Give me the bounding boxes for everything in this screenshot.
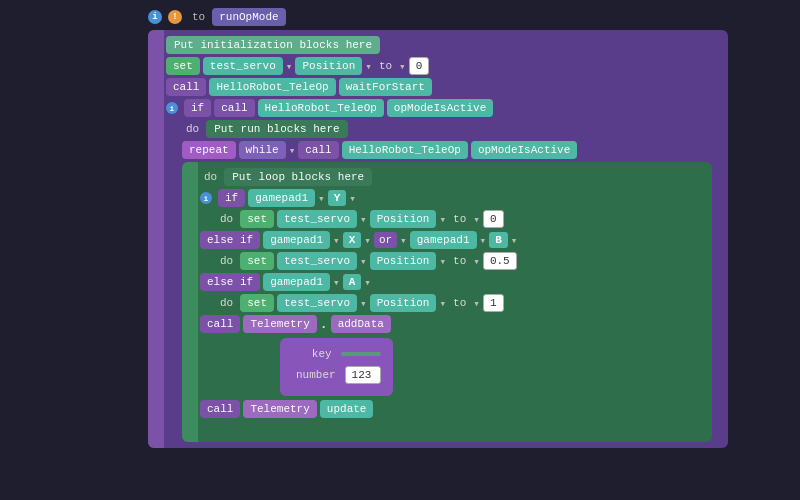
dot13: ▾ xyxy=(480,234,487,247)
or-keyword: or xyxy=(374,232,397,248)
call-waitforstart-row[interactable]: call HelloRobot_TeleOp waitForStart xyxy=(166,78,722,96)
dot10: ▾ xyxy=(333,234,340,247)
canvas: i ! to runOpMode Put initialization bloc… xyxy=(0,0,800,500)
dot1: ▾ xyxy=(286,60,293,73)
key-row: key xyxy=(292,346,381,362)
update-block[interactable]: update xyxy=(320,400,374,418)
number-input[interactable]: 123 xyxy=(345,366,381,384)
while-keyword[interactable]: while xyxy=(239,141,286,159)
number-row: number 123 xyxy=(292,366,381,384)
do-run-row: do Put run blocks here xyxy=(182,120,722,138)
servo-name-3[interactable]: test_servo xyxy=(277,252,357,270)
dot-separator: . xyxy=(320,317,328,332)
if-keyword: if xyxy=(184,99,211,117)
dot21: ▾ xyxy=(439,297,446,310)
call-keyword-3: call xyxy=(298,141,338,159)
dot12: ▾ xyxy=(400,234,407,247)
number-label: number xyxy=(292,367,340,383)
green-inner-block: do Put loop blocks here i if gamepad1 ▾ … xyxy=(182,162,712,442)
dot11: ▾ xyxy=(364,234,371,247)
purple-outer-block: Put initialization blocks here set test_… xyxy=(148,30,728,448)
b-button[interactable]: B xyxy=(489,232,508,248)
circle-blue-icon: i xyxy=(148,10,162,24)
gamepad1-4[interactable]: gamepad1 xyxy=(263,273,330,291)
telemetry-adddata-section: call Telemetry . addData key number xyxy=(200,315,706,396)
runopmode-header-row: i ! to runOpMode xyxy=(148,8,768,26)
if-keyword-2: if xyxy=(218,189,245,207)
hello-robot-2[interactable]: HelloRobot_TeleOp xyxy=(258,99,384,117)
do-set-xb-row[interactable]: do set test_servo ▾ Position ▾ to ▾ 0.5 xyxy=(216,252,706,270)
servo-name-2[interactable]: test_servo xyxy=(277,210,357,228)
telemetry-block-2[interactable]: Telemetry xyxy=(243,400,316,418)
run-placeholder: Put run blocks here xyxy=(206,120,347,138)
adddata-block[interactable]: addData xyxy=(331,315,391,333)
dot16: ▾ xyxy=(439,255,446,268)
green-left-rail xyxy=(182,162,198,442)
to-label: to xyxy=(188,11,209,23)
key-number-popup: key number 123 xyxy=(280,338,393,396)
green-bottom-bar xyxy=(200,422,706,436)
key-input[interactable] xyxy=(341,352,381,356)
do-keyword-5: do xyxy=(216,295,237,311)
gamepad1-3[interactable]: gamepad1 xyxy=(410,231,477,249)
main-container: i ! to runOpMode Put initialization bloc… xyxy=(148,8,768,448)
val-0-2[interactable]: 0 xyxy=(483,210,504,228)
telemetry-block[interactable]: Telemetry xyxy=(243,315,316,333)
val-0-1[interactable]: 0 xyxy=(409,57,430,75)
servo-name[interactable]: test_servo xyxy=(203,57,283,75)
if-gamepad-y-row[interactable]: i if gamepad1 ▾ Y ▾ xyxy=(200,189,706,207)
a-button[interactable]: A xyxy=(343,274,362,290)
else-if-keyword: else if xyxy=(200,231,260,249)
dot3: ▾ xyxy=(399,60,406,73)
dot7: ▾ xyxy=(360,213,367,226)
circle-blue-2: i xyxy=(166,102,178,114)
repeat-while-row[interactable]: repeat while ▾ call HelloRobot_TeleOp op… xyxy=(182,141,722,159)
repeat-keyword: repeat xyxy=(182,141,236,159)
init-placeholder-row: Put initialization blocks here xyxy=(166,36,722,54)
gamepad1-2[interactable]: gamepad1 xyxy=(263,231,330,249)
position-field[interactable]: Position xyxy=(295,57,362,75)
do-set-a-row[interactable]: do set test_servo ▾ Position ▾ to ▾ 1 xyxy=(216,294,706,312)
else-if-xb-row[interactable]: else if gamepad1 ▾ X ▾ or ▾ gamepad1 ▾ B… xyxy=(200,231,706,249)
circle-orange-icon: ! xyxy=(168,10,182,24)
set-keyword-3: set xyxy=(240,252,274,270)
servo-name-4[interactable]: test_servo xyxy=(277,294,357,312)
do-keyword-1: do xyxy=(182,121,203,137)
position-field-4[interactable]: Position xyxy=(370,294,437,312)
hello-robot-1[interactable]: HelloRobot_TeleOp xyxy=(209,78,335,96)
to-label4: to xyxy=(449,253,470,269)
circle-blue-3: i xyxy=(200,192,212,204)
gamepad1-1[interactable]: gamepad1 xyxy=(248,189,315,207)
dot18: ▾ xyxy=(333,276,340,289)
val-05[interactable]: 0.5 xyxy=(483,252,517,270)
runopmode-block[interactable]: runOpMode xyxy=(212,8,285,26)
val-1[interactable]: 1 xyxy=(483,294,504,312)
if-opmode-row[interactable]: i if call HelloRobot_TeleOp opModeIsActi… xyxy=(166,99,722,117)
do-set-y-row[interactable]: do set test_servo ▾ Position ▾ to ▾ 0 xyxy=(216,210,706,228)
position-field-2[interactable]: Position xyxy=(370,210,437,228)
set-servo-row[interactable]: set test_servo ▾ Position ▾ to ▾ 0 xyxy=(166,57,722,75)
do-keyword-4: do xyxy=(216,253,237,269)
key-label: key xyxy=(308,346,336,362)
waitforstart-block[interactable]: waitForStart xyxy=(339,78,432,96)
call-telemetry-adddata-row[interactable]: call Telemetry . addData xyxy=(200,315,706,333)
dot14: ▾ xyxy=(511,234,518,247)
dot2: ▾ xyxy=(365,60,372,73)
y-button[interactable]: Y xyxy=(328,190,347,206)
to-label3: to xyxy=(449,211,470,227)
position-field-3[interactable]: Position xyxy=(370,252,437,270)
call-telemetry-update-row[interactable]: call Telemetry update xyxy=(200,400,706,418)
hello-robot-3[interactable]: HelloRobot_TeleOp xyxy=(342,141,468,159)
call-keyword-2: call xyxy=(214,99,254,117)
else-if-a-row[interactable]: else if gamepad1 ▾ A ▾ xyxy=(200,273,706,291)
dot9: ▾ xyxy=(473,213,480,226)
purple-left-rail xyxy=(148,30,164,448)
to-label2: to xyxy=(375,58,396,74)
dot6: ▾ xyxy=(349,192,356,205)
dot4: ▾ xyxy=(289,144,296,157)
opmode-active-2[interactable]: opModeIsActive xyxy=(471,141,577,159)
loop-placeholder: Put loop blocks here xyxy=(224,168,372,186)
opmode-active-block[interactable]: opModeIsActive xyxy=(387,99,493,117)
x-button[interactable]: X xyxy=(343,232,362,248)
set-keyword: set xyxy=(166,57,200,75)
